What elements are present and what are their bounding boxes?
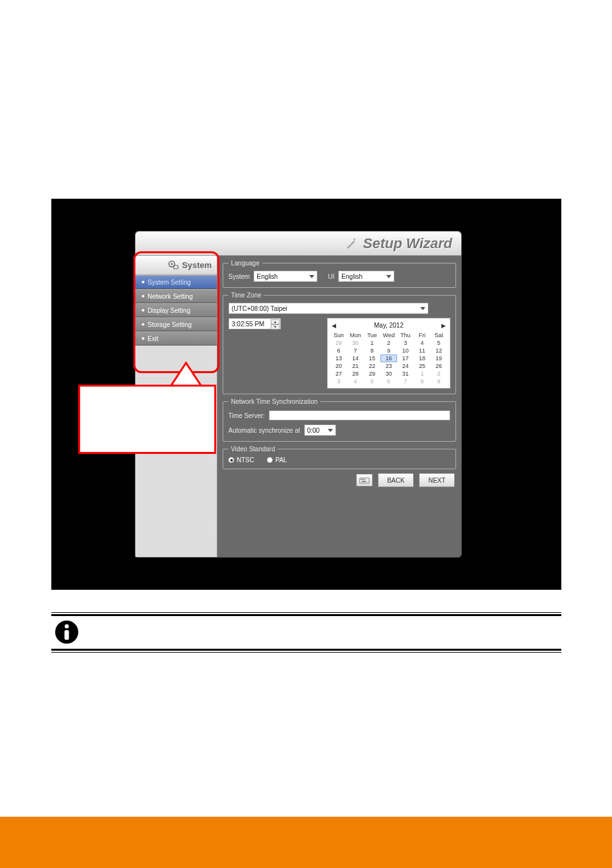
keyboard-icon-button[interactable]	[356, 474, 373, 487]
calendar-day[interactable]: 25	[414, 362, 430, 370]
svg-rect-6	[363, 479, 364, 480]
auto-sync-label: Automatic synchronize at	[228, 427, 300, 434]
next-label: NEXT	[429, 477, 446, 484]
timezone-select[interactable]: (UTC+08:00) Taipei	[228, 303, 429, 314]
sidebar-header-label: System	[182, 260, 212, 270]
bullet-icon	[142, 309, 144, 312]
language-legend: Language	[228, 260, 262, 267]
auto-sync-select[interactable]: 0:00	[304, 424, 336, 436]
calendar-dow: Sat	[430, 331, 447, 339]
ui-language-value: English	[341, 273, 362, 280]
spin-up-icon[interactable]: ▲	[271, 319, 280, 324]
nts-legend: Network Time Synchronization	[228, 398, 320, 405]
ntsc-radio[interactable]: NTSC	[228, 456, 254, 463]
auto-sync-value: 0:00	[307, 427, 319, 434]
divider	[51, 612, 561, 613]
calendar-day[interactable]: 30	[380, 370, 397, 378]
svg-rect-3	[360, 478, 370, 483]
calendar-day[interactable]: 3	[397, 339, 414, 347]
calendar-day[interactable]: 4	[347, 378, 364, 385]
calendar-day[interactable]: 7	[397, 378, 414, 385]
radio-dot-icon	[267, 457, 273, 463]
calendar-day[interactable]: 14	[347, 355, 364, 362]
calendar-day[interactable]: 24	[397, 362, 414, 370]
calendar-day[interactable]: 29	[330, 339, 347, 347]
calendar-day[interactable]: 20	[330, 362, 347, 370]
calendar-day[interactable]: 10	[397, 347, 414, 355]
spin-down-icon[interactable]: ▼	[271, 324, 280, 330]
button-row: BACK NEXT	[223, 473, 456, 487]
calendar-dow: Mon	[347, 331, 364, 339]
page-footer-bar	[0, 817, 612, 868]
sidebar-item-system-setting[interactable]: System Setting	[135, 275, 217, 289]
calendar-day[interactable]: 23	[380, 362, 397, 370]
calendar-day[interactable]: 8	[364, 347, 380, 355]
svg-rect-4	[361, 479, 361, 480]
calendar-day[interactable]: 5	[364, 378, 380, 385]
back-button[interactable]: BACK	[378, 473, 414, 487]
calendar-day[interactable]: 12	[430, 347, 447, 355]
calendar-day[interactable]: 27	[330, 370, 347, 378]
keyboard-icon	[359, 476, 370, 484]
ui-language-select[interactable]: English	[338, 271, 395, 282]
calendar-day[interactable]: 29	[364, 370, 380, 378]
next-button[interactable]: NEXT	[419, 473, 455, 487]
bullet-icon	[142, 323, 144, 326]
time-server-label: Time Server:	[228, 412, 265, 419]
time-input[interactable]: 3:02:55 PM ▲▼	[228, 318, 281, 330]
calendar-day[interactable]: 4	[414, 339, 430, 347]
calendar-dow: Wed	[380, 331, 397, 339]
calendar-day[interactable]: 6	[380, 378, 397, 385]
svg-rect-8	[362, 481, 366, 481]
calendar-day[interactable]: 1	[414, 370, 430, 378]
calendar-day[interactable]: 16	[380, 355, 397, 362]
calendar-day[interactable]: 21	[347, 362, 364, 370]
svg-point-1	[171, 263, 173, 265]
calendar-prev-button[interactable]: ◀	[332, 322, 336, 329]
timezone-value: (UTC+08:00) Taipei	[232, 305, 287, 312]
timezone-legend: Time Zone	[228, 292, 264, 299]
calendar-day[interactable]: 9	[430, 378, 447, 385]
calendar-day[interactable]: 11	[414, 347, 430, 355]
calendar-day[interactable]: 19	[430, 355, 447, 362]
svg-point-10	[65, 624, 69, 628]
timezone-fieldset: Time Zone (UTC+08:00) Taipei 3:02:55 PM …	[223, 292, 456, 394]
calendar-day[interactable]: 30	[347, 339, 364, 347]
bullet-icon	[142, 337, 144, 340]
pal-label: PAL	[275, 456, 287, 463]
time-server-input[interactable]	[269, 410, 450, 421]
calendar-day[interactable]: 18	[414, 355, 430, 362]
calendar-day[interactable]: 22	[364, 362, 380, 370]
calendar-day[interactable]: 7	[347, 347, 364, 355]
radio-dot-icon	[228, 457, 234, 463]
calendar[interactable]: ◀ May, 2012 ▶ SunMonTueWedThuFriSat 2930…	[327, 318, 450, 388]
svg-rect-7	[364, 479, 365, 480]
calendar-day[interactable]: 31	[397, 370, 414, 378]
system-language-select[interactable]: English	[253, 271, 318, 282]
calendar-next-button[interactable]: ▶	[441, 322, 446, 329]
calendar-day[interactable]: 26	[430, 362, 447, 370]
system-language-value: English	[257, 273, 278, 280]
time-spinner[interactable]: ▲▼	[271, 319, 280, 328]
callout-box	[78, 385, 216, 454]
calendar-day[interactable]: 1	[364, 339, 380, 347]
window-title: Setup Wizard	[363, 235, 452, 252]
calendar-day[interactable]: 17	[397, 355, 414, 362]
gear-icon	[167, 260, 180, 271]
sidebar-item-exit[interactable]: Exit	[135, 331, 217, 346]
sidebar-item-display-setting[interactable]: Display Setting	[135, 303, 217, 317]
calendar-day[interactable]: 5	[430, 339, 447, 347]
sidebar-item-network-setting[interactable]: Network Setting	[135, 289, 217, 303]
calendar-day[interactable]: 9	[380, 347, 397, 355]
calendar-day[interactable]: 13	[330, 355, 347, 362]
calendar-day[interactable]: 8	[414, 378, 430, 385]
calendar-day[interactable]: 28	[347, 370, 364, 378]
calendar-day[interactable]: 2	[430, 370, 447, 378]
calendar-day[interactable]: 2	[380, 339, 397, 347]
sidebar-item-storage-setting[interactable]: Storage Setting	[135, 317, 217, 331]
pal-radio[interactable]: PAL	[267, 456, 287, 463]
calendar-day[interactable]: 3	[330, 378, 347, 385]
bullet-icon	[142, 295, 144, 297]
calendar-day[interactable]: 6	[330, 347, 347, 355]
calendar-day[interactable]: 15	[364, 355, 380, 362]
